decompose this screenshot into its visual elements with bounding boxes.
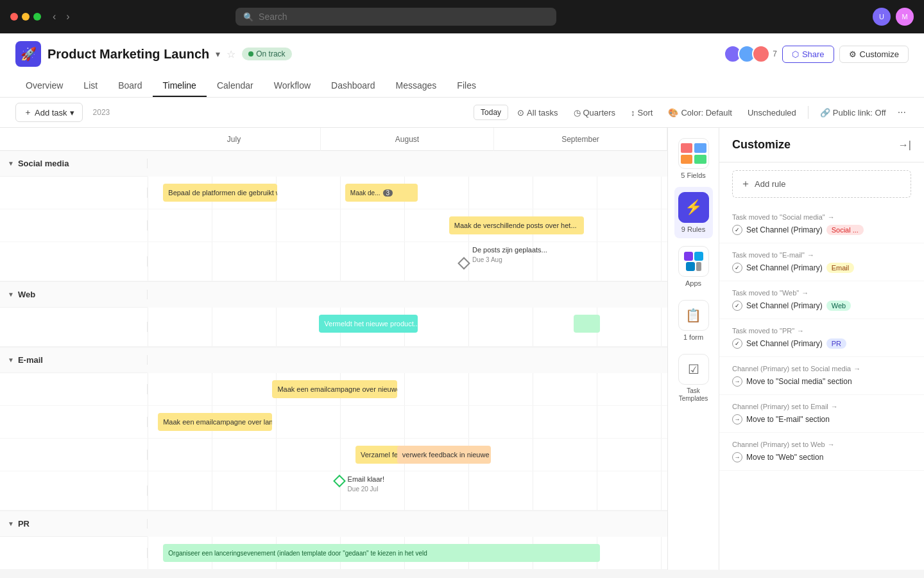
email-grid [148, 347, 667, 373]
task-bar[interactable]: verwerk feedback in nieuwe mails [397, 446, 491, 464]
template-icon: ☑ [688, 362, 699, 377]
rule-trigger-text: Channel (Primary) set to Web [732, 441, 825, 448]
rule-trigger-text: Channel (Primary) set to Social media [732, 365, 851, 372]
search-input[interactable] [259, 12, 549, 22]
field-cell-3 [681, 155, 693, 164]
tab-overview[interactable]: Overview [15, 75, 73, 97]
today-button[interactable]: Today [474, 105, 508, 120]
tab-board[interactable]: Board [108, 75, 152, 97]
collapse-web[interactable]: ▼ [8, 291, 14, 298]
table-row: Verzamel feedback over mail nieuwe... ve… [0, 439, 667, 471]
tab-timeline[interactable]: Timeline [153, 75, 207, 97]
project-star-icon[interactable]: ☆ [227, 48, 235, 60]
tab-dashboard[interactable]: Dashboard [321, 75, 386, 97]
rule-action-label: Move to "Web" section [746, 453, 823, 462]
project-chevron-icon[interactable]: ▾ [216, 49, 220, 59]
tab-workflow[interactable]: Workflow [264, 75, 321, 97]
apps-icon-grid [684, 252, 703, 271]
milestone-label: Email klaar! [348, 475, 384, 483]
row-label [0, 450, 148, 460]
task-bar[interactable]: Maak de... 3 [345, 184, 418, 202]
sidebar-item-templates[interactable]: ☑ Task Templates [674, 349, 713, 408]
month-august: August [321, 128, 494, 151]
collapse-email[interactable]: ▼ [8, 356, 14, 363]
row-label [0, 417, 148, 427]
app-3-icon [686, 262, 695, 271]
row-label [0, 322, 148, 332]
unscheduled-button[interactable]: Unscheduled [741, 105, 803, 121]
sort-button[interactable]: ↕ Sort [624, 105, 659, 121]
rule-action: → Move to "Social media" section [732, 376, 911, 387]
tab-messages[interactable]: Messages [386, 75, 447, 97]
side-icons-panel: 5 Fields ⚡ 9 Rules [667, 128, 719, 570]
section-email-header: ▼ E-mail [0, 347, 667, 373]
section-pr-label: ▼ PR [0, 519, 148, 529]
customize-label: Customize [860, 49, 899, 59]
row-grid: Maak een emailcampagne over nieuwe produ… [148, 373, 667, 405]
arrow-icon: → [828, 441, 835, 448]
timeline-body: ▼ Social media Bepaal de platformen die … [0, 151, 667, 570]
all-tasks-button[interactable]: ⊙ All tasks [511, 105, 564, 121]
web-grid [148, 282, 667, 308]
row-grid: Organiseer een lanceringsevenement (inla… [148, 537, 667, 569]
plus-icon: ＋ [24, 107, 32, 118]
check-icon: ✓ [732, 338, 742, 349]
status-label: On track [256, 49, 285, 58]
forward-button[interactable]: › [62, 8, 73, 25]
task-bar[interactable]: Bepaal de platformen die gebruikt worden [163, 184, 277, 202]
row-label [0, 256, 148, 267]
titlebar-right: U M [873, 8, 914, 26]
color-button[interactable]: 🎨 Color: Default [662, 105, 738, 121]
add-task-button[interactable]: ＋ Add task ▾ [15, 103, 83, 122]
sort-icon: ↕ [631, 108, 635, 118]
collapse-social-media[interactable]: ▼ [8, 160, 14, 167]
task-bar[interactable]: Organiseer een lanceringsevenement (inla… [163, 544, 599, 562]
app-teams-icon [694, 252, 703, 261]
templates-icon: ☑ [678, 354, 709, 385]
arrow-icon: → [828, 213, 835, 221]
customize-button[interactable]: ⚙ Customize [839, 46, 909, 63]
add-rule-button[interactable]: ＋ Add rule [732, 170, 911, 198]
task-bar[interactable]: Maak de verschillende posts over het... [449, 216, 585, 234]
section-social-media: ▼ Social media Bepaal de platformen die … [0, 151, 667, 282]
sidebar-item-forms[interactable]: 📋 1 form [674, 295, 713, 346]
more-options-button[interactable]: ··· [895, 107, 909, 118]
lightning-icon: ⚡ [685, 199, 702, 216]
forms-icon: 📋 [678, 300, 709, 331]
rule-trigger: Task moved to "PR" → [732, 327, 911, 335]
tab-files[interactable]: Files [447, 75, 486, 97]
add-rule-label: Add rule [755, 179, 785, 189]
close-panel-button[interactable]: →| [898, 139, 911, 151]
task-bar[interactable] [574, 315, 600, 333]
tab-list[interactable]: List [73, 75, 108, 97]
rule-item: Channel (Primary) set to Social media → … [719, 357, 924, 395]
dropdown-icon: ▾ [70, 108, 74, 118]
sidebar-item-rules[interactable]: ⚡ 9 Rules [674, 187, 713, 238]
maximize-button[interactable] [33, 13, 41, 21]
sidebar-item-fields[interactable]: 5 Fields [674, 133, 713, 184]
public-link-button[interactable]: 🔗 Public link: Off [814, 105, 893, 121]
user-avatar-1[interactable]: U [873, 8, 891, 26]
quarters-button[interactable]: ◷ Quarters [567, 105, 622, 121]
status-dot [248, 51, 253, 57]
task-bar[interactable]: Vermeldt het nieuwe product... [319, 315, 418, 333]
rule-trigger-text: Task moved to "PR" [732, 327, 794, 335]
sidebar-item-apps[interactable]: Apps [674, 241, 713, 292]
tab-calendar[interactable]: Calendar [207, 75, 264, 97]
avatar-count: 7 [773, 49, 777, 58]
user-avatar-2[interactable]: M [896, 8, 914, 26]
task-bar[interactable]: Maak een emailcampagne over nieuwe produ… [272, 380, 397, 398]
share-button[interactable]: ⬡ Share [782, 46, 834, 63]
minimize-button[interactable] [22, 13, 30, 21]
section-email-label: ▼ E-mail [0, 355, 148, 365]
row-label [0, 486, 148, 496]
rule-trigger-text: Channel (Primary) set to Email [732, 403, 828, 410]
check-icon: ✓ [732, 225, 742, 235]
rule-trigger-text: Task moved to "Web" [732, 289, 799, 297]
task-bar[interactable]: Maak een emailcampagne over lanceringsev… [158, 413, 272, 431]
milestone-label: De posts zijn geplaats... [472, 246, 547, 254]
back-button[interactable]: ‹ [49, 8, 60, 25]
collapse-pr[interactable]: ▼ [8, 520, 14, 527]
row-grid: Bepaal de platformen die gebruikt worden… [148, 177, 667, 209]
close-button[interactable] [10, 13, 18, 21]
